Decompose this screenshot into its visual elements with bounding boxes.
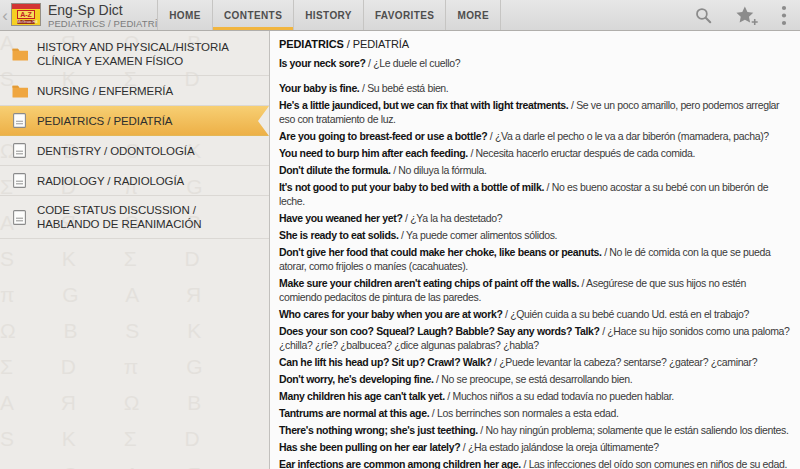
section-heading-es: PEDIATRÍA bbox=[353, 38, 409, 50]
phrase-panel: PEDIATRICS / PEDIATRÍA Is your neck sore… bbox=[270, 31, 800, 469]
phrase-separator: / bbox=[521, 458, 529, 469]
phrase-separator: / bbox=[460, 441, 468, 453]
phrase-en: You need to burp him after each feeding. bbox=[279, 147, 468, 159]
phrase-en: Tantrums are normal at this age. bbox=[279, 407, 429, 419]
phrase-es: ¿Quién cuida a su bebé cuando Ud. está e… bbox=[510, 308, 749, 320]
phrase-es: ¿Va a darle el pecho o le va a dar biber… bbox=[495, 130, 769, 142]
tab[interactable]: HISTORY bbox=[293, 0, 363, 30]
phrase-en: Don't give her food that could make her … bbox=[279, 246, 602, 258]
phrase-es: Los berrinches son normales a esta edad. bbox=[437, 407, 619, 419]
phrase-entry[interactable]: Your baby is fine. / Su bebé está bien. bbox=[279, 81, 790, 95]
sidebar-item[interactable]: NURSING / ENFERMERÍA bbox=[0, 76, 269, 106]
phrase-entry[interactable]: Tantrums are normal at this age. / Los b… bbox=[279, 406, 790, 420]
app-logo[interactable]: A-Z McGraw-Hill bbox=[11, 3, 41, 26]
phrase-separator: / bbox=[487, 130, 495, 142]
back-chevron-icon[interactable]: ‹ bbox=[0, 0, 10, 30]
phrase-es: No se preocupe, se está desarrollando bi… bbox=[441, 373, 632, 385]
phrase-es: No diluya la fórmula. bbox=[398, 164, 486, 176]
folder-icon bbox=[11, 84, 28, 98]
phrase-separator: / bbox=[468, 147, 476, 159]
sidebar-item[interactable]: HISTORY AND PHYSICAL/HISTORIA CLÍNICA Y … bbox=[0, 33, 269, 76]
phrase-entry[interactable]: Many children his age can't talk yet. / … bbox=[279, 389, 790, 403]
tab-label: HOME bbox=[169, 10, 201, 21]
phrase-es: Ya puede comer alimentos sólidos. bbox=[406, 229, 557, 241]
app-title: Eng-Sp Dict bbox=[48, 3, 157, 18]
phrase-entry[interactable]: Don't worry, he's developing fine. / No … bbox=[279, 372, 790, 386]
phrase-en: Have you weaned her yet? bbox=[279, 212, 402, 224]
phrase-es: ¿Ya la ha destetado? bbox=[410, 212, 502, 224]
phrase-en: Many children his age can't talk yet. bbox=[279, 390, 445, 402]
section-heading: PEDIATRICS / PEDIATRÍA bbox=[279, 38, 790, 50]
star-add-icon bbox=[735, 5, 759, 26]
phrase-en: Is your neck sore? bbox=[279, 57, 366, 69]
action-bar: ‹ A-Z McGraw-Hill Eng-Sp Dict PEDIATRICS… bbox=[0, 0, 800, 31]
phrase-separator: / bbox=[544, 181, 552, 193]
phrase-es: ¿Ha estado jalándose la oreja últimament… bbox=[468, 441, 659, 453]
search-button[interactable] bbox=[694, 6, 713, 25]
phrase-es: No hay ningún problema; solamente que le… bbox=[486, 424, 789, 436]
phrase-es: Su bebé está bien. bbox=[367, 82, 448, 94]
phrase-en: Does your son coo? Squeal? Laugh? Babble… bbox=[279, 325, 600, 337]
phrase-entry[interactable]: Can he lift his head up? Sit up? Crawl? … bbox=[279, 355, 790, 369]
sidebar-item[interactable]: DENTISTRY / ODONTOLOGÍA bbox=[0, 136, 269, 166]
phrase-list: Is your neck sore? / ¿Le duele el cuello… bbox=[279, 56, 790, 469]
folder-icon bbox=[11, 47, 28, 61]
phrase-entry[interactable]: Have you weaned her yet? / ¿Ya la ha des… bbox=[279, 211, 790, 225]
tab[interactable]: FAVORITES bbox=[363, 0, 446, 30]
tab[interactable]: CONTENTS bbox=[212, 0, 293, 30]
overflow-menu-button[interactable] bbox=[781, 5, 787, 26]
document-icon bbox=[11, 173, 28, 188]
phrase-separator: / bbox=[359, 82, 367, 94]
publisher-brand: McGraw-Hill bbox=[17, 20, 34, 24]
phrase-separator: / bbox=[579, 277, 586, 289]
tab-bar: HOME CONTENTS HISTORY FAVORITES MORE bbox=[157, 0, 501, 30]
tab[interactable]: HOME bbox=[157, 0, 212, 30]
phrase-entry[interactable]: Are you going to breast-feed or use a bo… bbox=[279, 129, 790, 143]
phrase-en: She is ready to eat solids. bbox=[279, 229, 399, 241]
document-icon bbox=[11, 113, 28, 128]
phrase-en: Don't worry, he's developing fine. bbox=[279, 373, 434, 385]
phrase-entry[interactable]: Who cares for your baby when you are at … bbox=[279, 307, 790, 321]
phrase-es: ¿Puede levantar la cabeza? sentarse? ¿ga… bbox=[499, 356, 757, 368]
phrase-en: There's nothing wrong; she's just teethi… bbox=[279, 424, 478, 436]
sidebar-item-label: PEDIATRICS / PEDIATRÍA bbox=[37, 114, 172, 128]
phrase-en: He's a little jaundiced, but we can fix … bbox=[279, 99, 568, 111]
tab-label: HISTORY bbox=[305, 10, 352, 21]
overflow-menu-icon bbox=[781, 5, 787, 26]
phrase-entry[interactable]: There's nothing wrong; she's just teethi… bbox=[279, 423, 790, 437]
app-subtitle: PEDIATRICS / PEDIATRÍA bbox=[48, 18, 157, 29]
phrase-entry[interactable]: Don't dilute the formula. / No diluya la… bbox=[279, 163, 790, 177]
sidebar-item[interactable]: PEDIATRICS / PEDIATRÍA bbox=[0, 106, 269, 136]
phrase-entry[interactable]: You need to burp him after each feeding.… bbox=[279, 146, 790, 160]
sidebar-item-label: RADIOLOGY / RADIOLOGÍA bbox=[37, 174, 184, 188]
phrase-separator: / bbox=[478, 424, 486, 436]
phrase-entry[interactable]: Ear infections are common among children… bbox=[279, 457, 790, 469]
phrase-separator: / bbox=[568, 99, 576, 111]
phrase-entry[interactable]: She is ready to eat solids. / Ya puede c… bbox=[279, 228, 790, 242]
phrase-en: Are you going to breast-feed or use a bo… bbox=[279, 130, 487, 142]
contents-sidebar: A Я Ω B S K Σ D π G A Я Ω B S K Σ D π G … bbox=[0, 31, 270, 469]
flag-stripe: A-Z bbox=[12, 9, 40, 19]
phrase-en: Has she been pulling on her ear lately? bbox=[279, 441, 460, 453]
document-icon bbox=[11, 210, 28, 225]
phrase-entry[interactable]: Does your son coo? Squeal? Laugh? Babble… bbox=[279, 324, 790, 352]
sidebar-item[interactable]: CODE STATUS DISCUSSION / HABLANDO DE REA… bbox=[0, 196, 269, 239]
sidebar-item-label: DENTISTRY / ODONTOLOGÍA bbox=[37, 144, 194, 158]
phrase-entry[interactable]: It's not good to put your baby to bed wi… bbox=[279, 180, 790, 208]
phrase-en: It's not good to put your baby to bed wi… bbox=[279, 181, 544, 193]
phrase-entry[interactable]: Make sure your children aren't eating ch… bbox=[279, 276, 790, 304]
phrase-en: Your baby is fine. bbox=[279, 82, 359, 94]
add-favorite-button[interactable] bbox=[735, 5, 759, 26]
app-logo-label: A-Z bbox=[17, 10, 35, 19]
phrase-entry[interactable]: Has she been pulling on her ear lately? … bbox=[279, 440, 790, 454]
tab[interactable]: MORE bbox=[445, 0, 501, 30]
sidebar-item[interactable]: RADIOLOGY / RADIOLOGÍA bbox=[0, 166, 269, 196]
action-icons bbox=[694, 0, 800, 30]
phrase-entry[interactable]: Don't give her food that could make her … bbox=[279, 245, 790, 273]
phrase-separator: / bbox=[429, 407, 437, 419]
phrase-entry[interactable]: He's a little jaundiced, but we can fix … bbox=[279, 98, 790, 126]
phrase-entry[interactable]: Is your neck sore? / ¿Le duele el cuello… bbox=[279, 56, 790, 70]
sidebar-item-label: HISTORY AND PHYSICAL/HISTORIA CLÍNICA Y … bbox=[37, 40, 259, 68]
tab-label: MORE bbox=[457, 10, 489, 21]
document-icon bbox=[11, 143, 28, 158]
